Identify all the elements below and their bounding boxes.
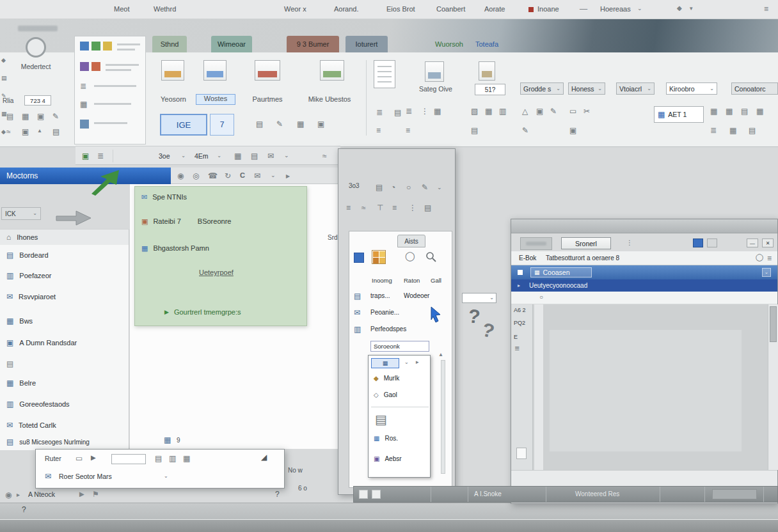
panel-icon[interactable]: ▤: [424, 204, 431, 212]
pencil-icon[interactable]: ✎: [276, 120, 283, 128]
contact-icon[interactable]: ◎: [193, 172, 199, 180]
tool-row-label[interactable]: Peoanie...: [370, 309, 399, 316]
window-titlebar[interactable]: [511, 219, 777, 233]
arrow-right-icon[interactable]: ▸: [17, 492, 20, 498]
toolbar-dropdown[interactable]: 4Em ⌄: [192, 150, 224, 162]
scrollbar-thumb[interactable]: [770, 306, 777, 342]
lines-icon[interactable]: ≣: [406, 107, 412, 115]
filter-dropdown[interactable]: ICK ⌄: [1, 207, 41, 220]
grid-icon[interactable]: ▦: [756, 107, 763, 115]
ribbon-tab[interactable]: Ioturert: [345, 36, 388, 52]
folder-list-item[interactable]: ✉ Totetd Carlk: [0, 418, 129, 433]
quarter-icon[interactable]: ◔: [391, 184, 395, 191]
menu-lines-icon[interactable]: ≡: [346, 204, 351, 212]
menu-item[interactable]: Meot: [114, 5, 129, 13]
panel-tab[interactable]: Aists: [397, 235, 425, 247]
ribbon-button-icon[interactable]: [203, 60, 226, 81]
mail-window-titlebar[interactable]: Moctorns: [0, 168, 171, 184]
panel-icon[interactable]: ▤: [256, 120, 263, 128]
caret-up-icon[interactable]: ▲: [438, 352, 443, 357]
minimize-button[interactable]: —: [747, 239, 758, 247]
grid-icon[interactable]: ▦: [234, 152, 241, 160]
blue-tool-icon[interactable]: [354, 253, 364, 263]
corner-icon[interactable]: ◢: [261, 453, 267, 461]
ribbon-button-label[interactable]: Paurtmes: [244, 95, 290, 103]
dots-icon[interactable]: ⋮: [421, 107, 429, 115]
play-icon[interactable]: ▶: [79, 491, 84, 497]
square-icon[interactable]: ▣: [22, 128, 29, 136]
panel-icon[interactable]: ▥: [169, 455, 176, 462]
pencil-icon[interactable]: ✎: [422, 184, 428, 191]
mail-icon[interactable]: ✉: [267, 152, 274, 160]
caret-up-icon[interactable]: ▲: [37, 129, 42, 134]
ribbon-dropdown[interactable]: Kiroobro ⌄: [666, 82, 717, 95]
grid-icon[interactable]: ▦: [710, 107, 717, 115]
dot-icon[interactable]: ◉: [5, 491, 12, 499]
close-button[interactable]: ✕: [762, 239, 774, 247]
folder-list-header[interactable]: ⌂ Ihones: [0, 230, 129, 245]
compose-input[interactable]: [111, 454, 146, 464]
mini-dropdown[interactable]: ⌄: [462, 293, 496, 303]
square-icon[interactable]: ▣: [317, 120, 324, 128]
folder-list-item[interactable]: ▤: [0, 356, 129, 372]
toolbar-dropdown[interactable]: 3oe ⌄: [156, 150, 188, 162]
ribbon-tab[interactable]: Wimeoar: [211, 36, 252, 52]
c-icon[interactable]: C: [240, 171, 245, 179]
panel-icon[interactable]: ▤: [749, 127, 756, 134]
panel-icon[interactable]: ▤: [251, 152, 258, 160]
play-icon[interactable]: ▶: [91, 455, 96, 461]
pencil-icon[interactable]: ✎: [52, 113, 59, 120]
panel-icon[interactable]: ▤: [155, 455, 162, 462]
ribbon-group-icon[interactable]: [479, 61, 495, 81]
status-icon-box[interactable]: [359, 490, 368, 499]
dropdown-menu-item[interactable]: ◆ Murlk: [374, 375, 399, 382]
chevron-down-icon[interactable]: ⌄: [284, 153, 289, 159]
panel-icon[interactable]: ▤: [741, 107, 748, 115]
menu-lines-icon[interactable]: ≡: [376, 127, 381, 134]
panel-icon[interactable]: ▤: [52, 128, 60, 136]
arrow-right-icon[interactable]: ▸: [286, 172, 290, 180]
approx-icon[interactable]: ≈: [361, 204, 366, 212]
rect-icon[interactable]: ▭: [569, 107, 576, 115]
grid-icon[interactable]: ▦: [485, 107, 492, 115]
context-menu-item[interactable]: ▦ Bhgastorsh Pamn: [141, 244, 209, 252]
grid-icon[interactable]: ▦: [297, 120, 304, 128]
square-icon[interactable]: ▣: [37, 113, 44, 120]
folder-list-item[interactable]: ✉ Rsvvpiaroet: [0, 289, 129, 304]
menu-item[interactable]: Eios Brot: [386, 5, 415, 13]
search-box[interactable]: Soroeonk: [370, 341, 429, 352]
chevron-down-icon[interactable]: ⌄: [437, 185, 442, 191]
dropdown-menu-item[interactable]: ◇ Gaol: [374, 391, 397, 398]
folder-list-item[interactable]: ▤ su8 Micseoges Nurlming: [0, 434, 129, 450]
folder-list-item[interactable]: ▦ Belre: [0, 375, 129, 391]
ring-icon[interactable]: ◯: [756, 254, 763, 261]
chevron-down-icon[interactable]: ⌄: [404, 360, 409, 365]
dots-icon[interactable]: ⋮: [626, 240, 633, 246]
selected-command-box[interactable]: IGE: [160, 114, 207, 136]
window-tab[interactable]: [520, 237, 552, 250]
ribbon-dropdown[interactable]: Conoatorc: [731, 82, 778, 95]
context-menu-item[interactable]: ✉ Spe NTNIs: [141, 193, 187, 201]
ribbon-group-icon[interactable]: [425, 61, 444, 82]
tee-icon[interactable]: ⊤: [377, 204, 383, 212]
device-icon[interactable]: [26, 37, 46, 58]
note-label[interactable]: A Nteock: [28, 490, 55, 498]
header-chevron[interactable]: ⌄: [762, 268, 771, 277]
menu-icon[interactable]: ≡: [767, 254, 772, 262]
command-count-box[interactable]: 7: [210, 114, 234, 136]
empty-row[interactable]: ○: [511, 292, 777, 304]
ribbon-button-icon[interactable]: [320, 60, 344, 81]
lines-icon[interactable]: ≣: [710, 127, 717, 134]
grid-icon[interactable]: ▦: [22, 113, 29, 120]
spin-box[interactable]: 51?: [475, 84, 505, 95]
menu-item[interactable]: Wethrd: [154, 5, 176, 13]
ribbon-button-label[interactable]: Yeosorn: [154, 95, 193, 103]
chevron-down-icon[interactable]: ⌄: [164, 474, 168, 479]
panel-icon[interactable]: ▤: [6, 113, 13, 120]
approx-icon[interactable]: ≈: [6, 128, 11, 136]
menu-item[interactable]: Hoereaas: [600, 5, 631, 13]
square-icon[interactable]: ▣: [82, 152, 89, 160]
scrollbar[interactable]: [768, 304, 778, 470]
folder-list-item[interactable]: ▣ A Dumn Randsdar: [0, 335, 129, 350]
ribbon-tab[interactable]: Wuorsoh: [433, 36, 466, 52]
